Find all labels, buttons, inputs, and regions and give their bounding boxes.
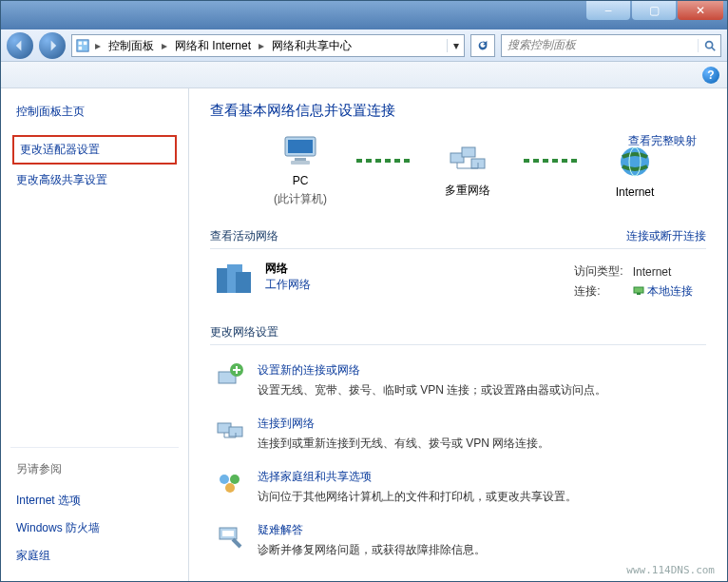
- sidebar-firewall[interactable]: Windows 防火墙: [16, 520, 173, 536]
- svg-point-25: [225, 483, 235, 493]
- control-panel-icon: [72, 39, 93, 52]
- search-icon[interactable]: [698, 39, 720, 52]
- svg-rect-8: [291, 161, 310, 165]
- sidebar-advanced-sharing[interactable]: 更改高级共享设置: [16, 172, 173, 188]
- connection-line: [356, 159, 412, 163]
- lan-icon: [633, 284, 644, 299]
- connections-label: 连接:: [574, 282, 630, 301]
- access-type-label: 访问类型:: [574, 262, 630, 281]
- search-input[interactable]: 搜索控制面板: [501, 34, 721, 57]
- content-pane: 查看基本网络信息并设置连接 查看完整映射 PC (此计算机) 多重网络 Inte…: [189, 88, 727, 581]
- task-homegroup-sharing[interactable]: 选择家庭组和共享选项访问位于其他网络计算机上的文件和打印机，或更改共享设置。: [216, 469, 706, 505]
- back-button[interactable]: [7, 32, 33, 59]
- node-internet[interactable]: Internet: [583, 145, 687, 199]
- sidebar-change-adapter[interactable]: 更改适配器设置: [12, 135, 177, 165]
- forward-button[interactable]: [39, 32, 66, 59]
- svg-rect-3: [79, 46, 83, 49]
- svg-point-12: [621, 147, 649, 176]
- sidebar-see-also-label: 另请参阅: [16, 461, 173, 477]
- sidebar: 控制面板主页 更改适配器设置 更改高级共享设置 另请参阅 Internet 选项…: [1, 88, 189, 581]
- connect-disconnect-link[interactable]: 连接或断开连接: [626, 228, 706, 244]
- task-setup-connection[interactable]: 设置新的连接或网络设置无线、宽带、拨号、临时或 VPN 连接；或设置路由器或访问…: [216, 362, 706, 398]
- view-full-map-link[interactable]: 查看完整映射: [628, 133, 697, 149]
- breadcrumb-sharing-center[interactable]: 网络和共享中心: [266, 35, 357, 56]
- section-change-settings: 更改网络设置: [210, 320, 706, 345]
- svg-rect-1: [79, 41, 83, 45]
- refresh-button[interactable]: [470, 34, 495, 57]
- svg-rect-2: [84, 41, 87, 45]
- svg-rect-6: [288, 140, 313, 153]
- network-type-link[interactable]: 工作网络: [265, 278, 311, 291]
- close-button[interactable]: ✕: [678, 1, 723, 20]
- node-multi-network[interactable]: 多重网络: [415, 144, 520, 199]
- network-map: 查看完整映射 PC (此计算机) 多重网络 Internet: [248, 135, 687, 207]
- task-connect-network[interactable]: 连接到网络连接到或重新连接到无线、有线、拨号或 VPN 网络连接。: [216, 416, 706, 452]
- globe-icon: [618, 145, 652, 182]
- maximize-button[interactable]: ▢: [632, 1, 676, 20]
- title-bar: – ▢ ✕: [1, 1, 727, 29]
- connection-line: [524, 159, 579, 163]
- svg-rect-16: [236, 272, 251, 293]
- svg-point-23: [220, 475, 229, 484]
- svg-rect-7: [295, 158, 306, 161]
- network-group-icon: [214, 261, 254, 303]
- svg-rect-18: [637, 293, 641, 295]
- page-title: 查看基本网络信息并设置连接: [210, 102, 706, 120]
- search-placeholder: 搜索控制面板: [502, 37, 698, 53]
- breadcrumb[interactable]: ▸ 控制面板 ▸ 网络和 Internet ▸ 网络和共享中心 ▾: [71, 34, 465, 57]
- breadcrumb-dropdown[interactable]: ▾: [447, 39, 464, 52]
- minimize-button[interactable]: –: [586, 1, 630, 20]
- watermark: www.114DNS.com: [626, 564, 715, 576]
- network-icon: [449, 144, 487, 179]
- help-icon[interactable]: ?: [702, 67, 719, 84]
- access-type-value: Internet: [633, 262, 700, 281]
- task-troubleshoot[interactable]: 疑难解答诊断并修复网络问题，或获得故障排除信息。: [216, 522, 706, 558]
- local-connection-link[interactable]: 本地连接: [647, 284, 693, 298]
- setup-connection-icon: [216, 362, 244, 391]
- homegroup-icon: [216, 469, 244, 497]
- troubleshoot-icon: [216, 522, 244, 551]
- connect-network-icon: [216, 416, 244, 444]
- svg-rect-17: [634, 287, 643, 293]
- nav-bar: ▸ 控制面板 ▸ 网络和 Internet ▸ 网络和共享中心 ▾ 搜索控制面板: [1, 29, 727, 62]
- svg-point-4: [705, 41, 712, 48]
- sidebar-homegroup[interactable]: 家庭组: [16, 548, 173, 564]
- network-name: 网络: [265, 262, 288, 275]
- node-this-pc[interactable]: PC (此计算机): [248, 135, 353, 207]
- section-active-networks: 查看活动网络 连接或断开连接: [210, 224, 706, 249]
- breadcrumb-control-panel[interactable]: 控制面板: [103, 35, 160, 56]
- sidebar-internet-options[interactable]: Internet 选项: [16, 493, 173, 509]
- svg-point-24: [230, 475, 239, 484]
- sidebar-home[interactable]: 控制面板主页: [16, 104, 173, 120]
- toolbar: ?: [1, 62, 727, 88]
- svg-rect-10: [462, 147, 475, 157]
- svg-rect-27: [222, 531, 234, 536]
- pc-icon: [281, 135, 319, 170]
- breadcrumb-network-internet[interactable]: 网络和 Internet: [169, 35, 257, 56]
